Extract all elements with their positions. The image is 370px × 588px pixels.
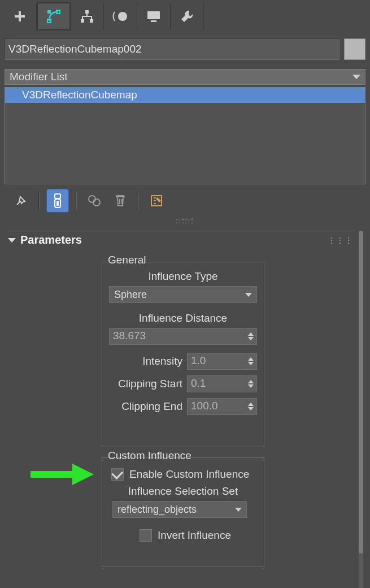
influence-type-label: Influence Type <box>102 270 264 283</box>
modify-tab[interactable] <box>37 2 71 31</box>
invert-influence-row: Invert Influence <box>135 528 231 543</box>
motion-tab[interactable] <box>104 3 137 30</box>
rollout-drag-icon: ⋮⋮⋮ <box>328 236 353 245</box>
create-tab[interactable] <box>3 3 37 30</box>
influence-selection-set-value: reflecting_objects <box>117 504 197 516</box>
svg-rect-2 <box>47 10 51 14</box>
display-tab[interactable] <box>137 3 171 30</box>
modifier-stack-toolbar <box>0 184 370 215</box>
svg-rect-8 <box>151 20 156 22</box>
clipping-end-value: 100.0 <box>188 399 245 414</box>
invert-influence-label: Invert Influence <box>158 529 231 542</box>
svg-rect-9 <box>55 194 60 198</box>
spinner-arrows[interactable] <box>245 376 256 392</box>
utilities-tab[interactable] <box>171 3 204 30</box>
rollout-grip[interactable]: :::::: <box>0 215 370 226</box>
influence-type-dropdown[interactable]: Sphere <box>109 286 257 303</box>
clipping-start-spinner[interactable]: 0.1 <box>187 375 257 392</box>
enable-custom-influence-checkbox[interactable] <box>111 468 124 481</box>
custom-influence-group: Custom Influence Enable Custom Influence… <box>102 457 264 567</box>
clipping-start-value: 0.1 <box>188 376 245 392</box>
svg-rect-11 <box>56 201 59 206</box>
intensity-label: Intensity <box>109 355 182 368</box>
scrollbar-thumb[interactable] <box>359 231 363 554</box>
chevron-down-icon <box>235 508 242 512</box>
spinner-arrows[interactable] <box>245 399 256 414</box>
modifier-stack[interactable]: V3DReflectionCubemap <box>5 87 365 184</box>
spinner-arrows[interactable] <box>245 353 256 369</box>
influence-distance-spinner[interactable]: 38.673 <box>109 328 257 345</box>
general-group: General Influence Type Sphere Influence … <box>102 262 264 447</box>
influence-selection-set-dropdown[interactable]: reflecting_objects <box>112 501 247 518</box>
intensity-spinner[interactable]: 1.0 <box>187 353 257 370</box>
clipping-start-label: Clipping Start <box>109 378 182 390</box>
show-end-result-button[interactable] <box>46 189 69 213</box>
clipping-end-label: Clipping End <box>109 400 182 413</box>
chevron-down-icon <box>245 293 252 297</box>
pin-stack-button[interactable] <box>10 189 32 212</box>
influence-selection-set-label: Influence Selection Set <box>102 485 264 498</box>
object-color-swatch[interactable] <box>344 38 365 60</box>
chevron-down-icon <box>8 238 16 243</box>
spinner-arrows[interactable] <box>245 328 256 344</box>
object-name-input[interactable] <box>5 38 339 60</box>
svg-rect-4 <box>81 19 84 23</box>
modifier-list-dropdown[interactable]: Modifier List <box>5 69 365 85</box>
chevron-down-icon <box>352 75 360 79</box>
influence-type-value: Sphere <box>114 289 147 301</box>
rollout-scrollbar[interactable] <box>359 231 363 588</box>
remove-modifier-button[interactable] <box>110 189 131 212</box>
invert-influence-checkbox[interactable] <box>140 529 152 542</box>
modifier-stack-item[interactable]: V3DReflectionCubemap <box>5 88 365 103</box>
influence-distance-label: Influence Distance <box>102 312 264 325</box>
modifier-list-label: Modifier List <box>10 71 67 83</box>
configure-modifier-sets-button[interactable] <box>146 189 167 212</box>
custom-influence-legend: Custom Influence <box>107 450 191 461</box>
command-panel-tabs <box>0 0 370 33</box>
enable-custom-influence-label: Enable Custom Influence <box>129 468 249 481</box>
parameters-rollout: Parameters ⋮⋮⋮ General Influence Type Sp… <box>5 228 365 588</box>
make-unique-button[interactable] <box>84 189 105 212</box>
influence-distance-value: 38.673 <box>110 328 245 344</box>
svg-point-6 <box>118 12 127 21</box>
svg-rect-5 <box>90 19 93 23</box>
svg-rect-7 <box>147 11 160 19</box>
svg-rect-3 <box>85 10 89 14</box>
svg-point-12 <box>89 196 95 202</box>
hierarchy-tab[interactable] <box>71 3 104 30</box>
rollout-header[interactable]: Parameters ⋮⋮⋮ <box>7 234 355 250</box>
enable-custom-influence-row: Enable Custom Influence <box>107 467 259 482</box>
clipping-end-spinner[interactable]: 100.0 <box>187 398 257 415</box>
svg-point-13 <box>93 199 100 206</box>
general-legend: General <box>107 254 146 266</box>
intensity-value: 1.0 <box>188 353 245 369</box>
rollout-title: Parameters <box>20 234 82 247</box>
